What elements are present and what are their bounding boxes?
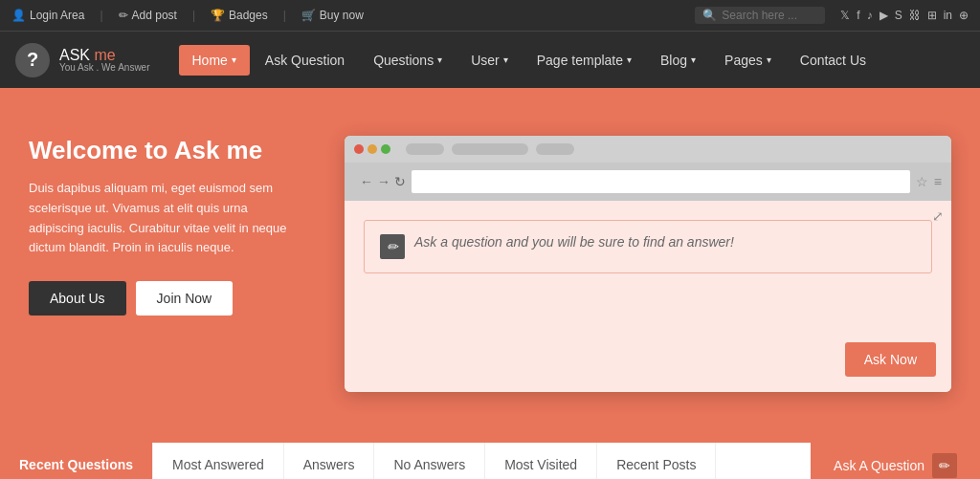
logo-ask: ASK — [59, 47, 90, 63]
chevron-down-icon: ▾ — [691, 54, 696, 65]
dot-red — [354, 144, 364, 154]
browser-toolbar: ← → ↻ ☆ ≡ — [345, 163, 951, 201]
logo-me: me — [90, 47, 116, 63]
chevron-down-icon: ▾ — [767, 54, 771, 65]
youtube-icon[interactable]: ▶ — [880, 9, 888, 22]
topbar: 👤 Login Area | ✏ Add post | 🏆 Badges | 🛒… — [0, 0, 980, 31]
tab-most-visited[interactable]: Most Visited — [485, 443, 597, 479]
ask-now-button[interactable]: Ask Now — [845, 342, 936, 377]
tab-answers[interactable]: Answers — [284, 443, 375, 479]
nav-user[interactable]: User ▾ — [457, 45, 522, 76]
hero-section: Welcome to Ask me Duis dapibus aliquam m… — [0, 88, 980, 440]
browser-urlbar[interactable] — [412, 170, 910, 193]
cart-icon: 🛒 — [301, 9, 316, 22]
tab-most-answered[interactable]: Most Answered — [153, 443, 284, 479]
browser-nav-buttons: ← → ↻ — [360, 174, 406, 189]
expand-icon: ⤢ — [932, 208, 944, 224]
browser-mockup: ← → ↻ ☆ ≡ ✏ Ask a question and you will … — [345, 136, 951, 392]
nav-questions-label: Questions — [373, 53, 434, 68]
facebook-icon[interactable]: f — [857, 9, 859, 22]
browser-star-icon[interactable]: ☆ — [916, 174, 928, 189]
browser-back-icon[interactable]: ← — [360, 174, 373, 189]
topbar-right: 🔍 𝕏 f ♪ ▶ S ⛓ ⊞ in ⊕ — [695, 7, 969, 24]
trophy-icon: 🏆 — [211, 9, 225, 22]
nav-blog[interactable]: Blog ▾ — [647, 45, 709, 76]
nav-ask-question-label: Ask Question — [265, 53, 345, 68]
browser-refresh-icon[interactable]: ↻ — [394, 174, 406, 189]
ask-placeholder: Ask a question and you will be sure to f… — [414, 234, 734, 250]
nav-pages-label: Pages — [724, 53, 763, 68]
nav-page-template[interactable]: Page template ▾ — [523, 45, 645, 76]
browser-toolbar-right: ☆ ≡ — [916, 174, 942, 189]
tab-recent-questions[interactable]: Recent Questions — [0, 443, 153, 479]
buy-now-link[interactable]: 🛒 Buy now — [301, 9, 364, 22]
nav-links: Home ▾ Ask Question Questions ▾ User ▾ P… — [179, 45, 966, 76]
dot-green — [381, 144, 390, 154]
badges-link[interactable]: 🏆 Badges — [211, 9, 268, 22]
tabs-spacer — [716, 443, 811, 479]
search-icon: 🔍 — [702, 9, 717, 22]
nav-contact-us-label: Contact Us — [800, 53, 866, 68]
browser-forward-icon[interactable]: → — [377, 174, 390, 189]
nav-questions[interactable]: Questions ▾ — [360, 45, 456, 76]
logo-text: ASK me You Ask . We Answer — [59, 47, 150, 73]
grid-icon[interactable]: ⊞ — [927, 9, 937, 22]
chain-icon[interactable]: ⛓ — [909, 9, 921, 22]
chevron-down-icon: ▾ — [232, 54, 236, 65]
ask-box: ✏ Ask a question and you will be sure to… — [364, 220, 932, 273]
hero-buttons: About Us Join Now — [29, 281, 306, 316]
sep1: | — [100, 9, 102, 22]
logo-tagline: You Ask . We Answer — [59, 62, 150, 73]
nav-user-label: User — [471, 53, 500, 68]
user-icon: 👤 — [11, 9, 26, 22]
browser-menu-icon[interactable]: ≡ — [934, 174, 942, 189]
search-input[interactable] — [722, 9, 817, 22]
social-icons: 𝕏 f ♪ ▶ S ⛓ ⊞ in ⊕ — [840, 9, 969, 22]
nav-pages[interactable]: Pages ▾ — [711, 45, 785, 76]
sep2: | — [192, 9, 195, 22]
nav-page-template-label: Page template — [537, 53, 623, 68]
tabs-bar: Recent Questions Most Answered Answers N… — [0, 440, 980, 479]
about-us-button[interactable]: About Us — [29, 281, 126, 316]
browser-content: ✏ Ask a question and you will be sure to… — [345, 201, 951, 392]
add-post-link[interactable]: ✏ Add post — [119, 9, 177, 22]
browser-dots — [354, 144, 390, 154]
hero-title: Welcome to Ask me — [29, 136, 306, 165]
nav-ask-question[interactable]: Ask Question — [252, 45, 358, 76]
nav-blog-label: Blog — [660, 53, 687, 68]
nav-home-label: Home — [192, 53, 228, 68]
dot-yellow — [368, 144, 377, 154]
twitter-icon[interactable]: 𝕏 — [840, 9, 850, 22]
topbar-left: 👤 Login Area | ✏ Add post | 🏆 Badges | 🛒… — [11, 9, 695, 22]
nav-contact-us[interactable]: Contact Us — [787, 45, 880, 76]
tab-recent-posts[interactable]: Recent Posts — [597, 443, 716, 479]
hero-description: Duis dapibus aliquam mi, eget euismod se… — [29, 179, 306, 258]
logo-icon: ? — [15, 43, 50, 77]
sep3: | — [283, 9, 286, 22]
login-link[interactable]: 👤 Login Area — [11, 9, 84, 22]
hero-content-left: Welcome to Ask me Duis dapibus aliquam m… — [29, 126, 306, 316]
chevron-down-icon: ▾ — [627, 54, 632, 65]
ask-a-question-button[interactable]: Ask A Question ✏ — [811, 443, 980, 479]
tab-no-answers[interactable]: No Answers — [374, 443, 485, 479]
browser-topbar — [345, 136, 951, 163]
edit-icon: ✏ — [932, 453, 957, 478]
linkedin-icon[interactable]: in — [944, 9, 952, 22]
skype-icon[interactable]: S — [895, 9, 902, 22]
pencil-icon: ✏ — [119, 9, 128, 22]
join-now-button[interactable]: Join Now — [136, 281, 234, 316]
rss-icon[interactable]: ⊕ — [959, 9, 969, 22]
nav-home[interactable]: Home ▾ — [179, 45, 250, 76]
logo[interactable]: ? ASK me You Ask . We Answer — [15, 43, 150, 77]
navbar: ? ASK me You Ask . We Answer Home ▾ Ask … — [0, 31, 980, 88]
search-wrap: 🔍 — [695, 7, 825, 24]
tiktok-icon[interactable]: ♪ — [867, 9, 873, 22]
ask-question-label: Ask A Question — [834, 458, 924, 473]
chevron-down-icon: ▾ — [437, 54, 442, 65]
chevron-down-icon: ▾ — [503, 54, 508, 65]
ask-pencil-icon: ✏ — [380, 234, 405, 259]
